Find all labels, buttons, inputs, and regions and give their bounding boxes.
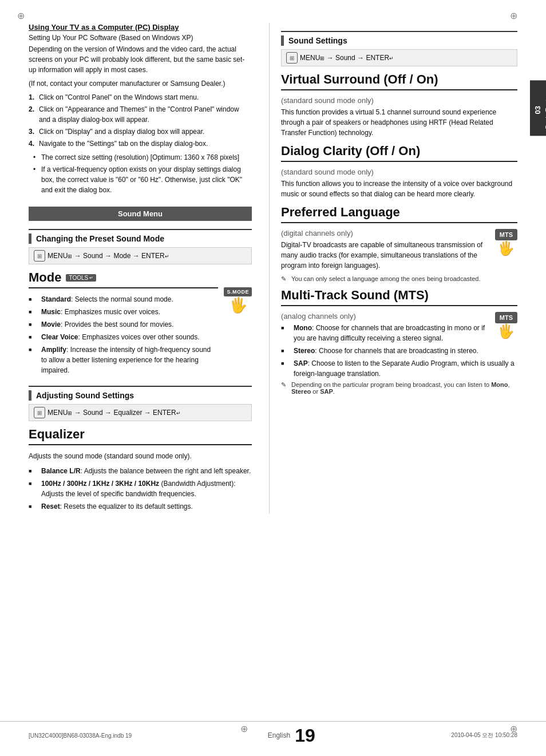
virtual-surround-heading: Virtual Surround (Off / On) [281, 72, 517, 87]
equalizer-section: Equalizer Adjusts the sound mode (standa… [29, 427, 252, 512]
eq-balance: Balance L/R: Adjusts the balance between… [29, 466, 252, 476]
preferred-language-heading: Preferred Language [281, 205, 517, 220]
adjusting-nav-text: MENU⊞ → Sound → Equalizer → ENTER↵ [48, 409, 181, 417]
footer-right-text: 2010-04-05 오전 10:50:28 [451, 731, 517, 739]
step-1: 1.Click on "Control Panel" on the Window… [29, 92, 252, 102]
english-label: English [268, 731, 290, 739]
mode-standard: Standard: Selects the normal sound mode. [29, 294, 218, 304]
main-content: Using Your TV as a Computer (PC) Display… [0, 23, 546, 514]
smode-area: S.MODE 🖐 [224, 287, 252, 312]
eq-freq: 100Hz / 300Hz / 1KHz / 3KHz / 10KHz (Ban… [29, 478, 252, 499]
mode-music: Music: Emphasizes music over voices. [29, 307, 218, 317]
virtual-surround-section: Virtual Surround (Off / On) (standard so… [281, 72, 517, 138]
using-tv-body2: (If not, contact your computer manufactu… [29, 78, 252, 89]
dialog-clarity-body: This function allows you to increase the… [281, 179, 517, 199]
multitrack-section: Multi-Track Sound (MTS) MTS 🖐 (analog ch… [281, 288, 517, 395]
sound-settings-subsection: Sound Settings [281, 31, 517, 46]
using-tv-body1: Depending on the version of Windows and … [29, 44, 252, 75]
changing-title: Changing the Preset Sound Mode [36, 234, 164, 243]
virtual-surround-body: This function provides a virtual 5.1 cha… [281, 107, 517, 138]
mode-clearvoice: Clear Voice: Emphasizes voices over othe… [29, 332, 218, 342]
section-rule-vs [281, 89, 517, 90]
mts-badge-1: MTS [495, 229, 517, 240]
step-2: 2.Click on "Appearance and Themes" in th… [29, 104, 252, 125]
mode-items-list: Standard: Selects the normal sound mode.… [29, 294, 218, 375]
using-tv-title: Using Your TV as a Computer (PC) Display [29, 23, 252, 31]
sound-settings-nav: ⊞ MENU⊞ → Sound → ENTER↵ [281, 49, 517, 66]
section-rule-mts [281, 305, 517, 306]
bullet-1: The correct size setting (resolution) [O… [33, 152, 252, 163]
equalizer-list: Balance L/R: Adjusts the balance between… [29, 466, 252, 512]
mode-amplify: Amplify: Increase the intensity of high-… [29, 345, 218, 375]
virtual-surround-subtext: (standard sound mode only) [281, 96, 517, 105]
mts-stereo: Stereo: Choose for channels that are bro… [281, 346, 517, 356]
steps-list: 1.Click on "Control Panel" on the Window… [29, 92, 252, 149]
dialog-clarity-heading: Dialog Clarity (Off / On) [281, 144, 517, 159]
corner-mark-tr: ⊕ [510, 10, 517, 21]
menu-icon-1: ⊞ [34, 250, 45, 262]
tools-badge: TOOLS ↵ [66, 274, 96, 282]
menu-icon-3: ⊞ [286, 52, 298, 64]
multitrack-content: MTS 🖐 (analog channels only) Mono: Choos… [281, 312, 517, 381]
multitrack-list: Mono: Choose for channels that are broad… [281, 323, 517, 379]
page-container: ⊕ ⊕ 03 Basic Features Using Your TV as a… [0, 0, 546, 756]
sound-settings-nav-text: MENU⊞ → Sound → ENTER↵ [300, 54, 394, 62]
smode-badge: S.MODE [224, 287, 252, 296]
hand-icon-left: 🖐 [224, 298, 252, 312]
section-rule-dc [281, 161, 517, 162]
adjusting-subsection-header: Adjusting Sound Settings [29, 386, 252, 401]
preferred-language-section: Preferred Language MTS 🖐 (digital channe… [281, 205, 517, 282]
section-rule-mode [29, 287, 218, 288]
mts-container-1: MTS 🖐 [495, 229, 517, 255]
adjusting-nav: ⊞ MENU⊞ → Sound → Equalizer → ENTER↵ [29, 404, 252, 421]
equalizer-heading: Equalizer [29, 427, 252, 442]
left-column: Using Your TV as a Computer (PC) Display… [29, 23, 269, 514]
side-tab: 03 Basic Features [530, 80, 546, 136]
footer-left-text: [UN32C4000]BN68-03038A-Eng.indb 19 [29, 733, 132, 739]
page-number: 19 [295, 726, 315, 745]
page-footer: [UN32C4000]BN68-03038A-Eng.indb 19 Engli… [0, 721, 546, 745]
step-3: 3.Click on "Display" and a display dialo… [29, 126, 252, 137]
bullet-list: The correct size setting (resolution) [O… [33, 152, 252, 195]
multitrack-note: Depending on the particular program bein… [281, 381, 517, 395]
preferred-language-body: Digital-TV broadcasts are capable of sim… [281, 240, 517, 271]
preferred-language-note: You can only select a language among the… [281, 275, 517, 282]
sound-settings-title: Sound Settings [288, 36, 347, 45]
subsection-bar-2 [29, 390, 31, 401]
chapter-number: 03 [533, 105, 542, 113]
using-tv-section: Using Your TV as a Computer (PC) Display… [29, 23, 252, 195]
changing-subsection-header: Changing the Preset Sound Mode [29, 229, 252, 244]
equalizer-subtext: Adjusts the sound mode (standard sound m… [29, 451, 252, 461]
changing-nav: ⊞ MENU⊞ → Sound → Mode → ENTER↵ [29, 247, 252, 264]
section-rule-eq [29, 444, 252, 445]
dialog-clarity-section: Dialog Clarity (Off / On) (standard soun… [281, 144, 517, 199]
page-num-box: English 19 [268, 726, 315, 745]
multitrack-heading: Multi-Track Sound (MTS) [281, 288, 517, 303]
eq-reset: Reset: Resets the equalizer to its defau… [29, 501, 252, 512]
preferred-language-content: MTS 🖐 (digital channels only) Digital-TV… [281, 229, 517, 275]
mode-heading: Mode TOOLS ↵ [29, 270, 218, 285]
sound-menu-header: Sound Menu [29, 207, 252, 221]
step-4: 4.Navigate to the "Settings" tab on the … [29, 138, 252, 149]
subsection-bar-right [281, 35, 284, 46]
changing-nav-text: MENU⊞ → Sound → Mode → ENTER↵ [48, 252, 169, 260]
section-rule-pl [281, 222, 517, 223]
subsection-bar [29, 233, 31, 244]
using-tv-subtitle: Setting Up Your PC Software (Based on Wi… [29, 34, 252, 42]
mode-section: Mode TOOLS ↵ Standard: Selects the norma… [29, 270, 218, 378]
preferred-language-subtext: (digital channels only) [281, 229, 517, 238]
hand-icon-right-1: 🖐 [495, 242, 517, 255]
adjusting-title: Adjusting Sound Settings [36, 391, 134, 400]
mts-sap: SAP: Choose to listen to the Separate Au… [281, 358, 517, 379]
right-column: Sound Settings ⊞ MENU⊞ → Sound → ENTER↵ … [269, 23, 517, 514]
mts-mono: Mono: Choose for channels that are broad… [281, 323, 517, 343]
mts-badge-2: MTS [495, 312, 517, 323]
menu-icon-2: ⊞ [34, 407, 45, 418]
mode-movie: Movie: Provides the best sound for movie… [29, 319, 218, 330]
multitrack-subtext: (analog channels only) [281, 312, 517, 320]
dialog-clarity-subtext: (standard sound mode only) [281, 168, 517, 176]
corner-mark-tl: ⊕ [17, 10, 25, 21]
bullet-2: If a vertical-frequency option exists on… [33, 164, 252, 195]
